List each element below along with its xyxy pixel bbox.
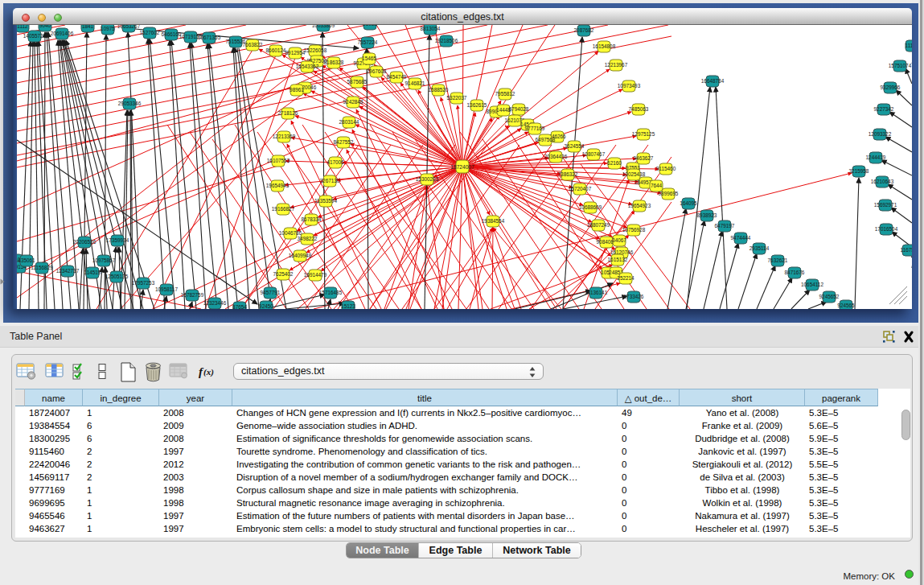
svg-text:9457791: 9457791 [261,290,281,295]
svg-text:16210643: 16210643 [871,179,894,184]
svg-text:9463627: 9463627 [634,155,654,161]
svg-text:114519: 114519 [84,270,101,275]
svg-text:15720407: 15720407 [569,186,592,192]
svg-text:8813054: 8813054 [421,26,441,31]
svg-text:10973493: 10973493 [618,83,641,89]
svg-text:5875685: 5875685 [347,79,368,84]
svg-text:15300203: 15300203 [416,176,439,182]
svg-text:11353594: 11353594 [314,198,337,204]
svg-text:2718126: 2718126 [278,110,298,116]
svg-text:1362615: 1362615 [467,102,487,108]
svg-text:1244419: 1244419 [866,154,886,160]
svg-text:92450: 92450 [259,303,273,309]
svg-text:16782759: 16782759 [181,292,204,298]
svg-text:7644: 7644 [651,183,663,188]
svg-text:7357224: 7357224 [358,39,378,45]
svg-text:9227342: 9227342 [874,106,894,112]
svg-text:12213967: 12213967 [605,62,628,68]
svg-text:16543362: 16543362 [296,64,319,69]
svg-text:11156829: 11156829 [31,265,53,270]
svg-text:8471676: 8471676 [785,270,805,275]
svg-text:11120: 11120 [906,43,912,48]
svg-text:20691406: 20691406 [51,31,74,36]
svg-text:8186328: 8186328 [324,60,344,65]
svg-text:12323446: 12323446 [203,300,227,306]
svg-text:16648784: 16648784 [701,78,725,84]
svg-text:2967608: 2967608 [367,68,387,74]
svg-text:9242848: 9242848 [343,99,363,105]
svg-text:19654923: 19654923 [628,203,651,208]
svg-text:3624554: 3624554 [565,143,585,149]
svg-text:8912954: 8912954 [285,50,306,56]
svg-text:18807249: 18807249 [587,222,610,228]
svg-text:10025438: 10025438 [622,171,646,177]
svg-text:14055721: 14055721 [23,33,47,39]
svg-text:5322037: 5322037 [447,95,467,101]
svg-text:17957253: 17957253 [132,280,155,286]
svg-text:10654112: 10654112 [801,282,823,287]
svg-text:8454749: 8454749 [387,74,407,80]
svg-text:8938923: 8938923 [697,212,717,218]
svg-text:7625402: 7625402 [273,271,294,277]
svg-text:10671355: 10671355 [198,35,221,40]
svg-text:20206536: 20206536 [73,239,97,245]
svg-text:16409948: 16409948 [289,253,312,258]
svg-text:16033: 16033 [363,25,377,27]
svg-text:8427552: 8427552 [334,139,354,145]
svg-text:2935114: 2935114 [749,245,770,251]
svg-text:98961: 98961 [290,87,304,93]
svg-text:7632621: 7632621 [768,257,788,263]
svg-text:9245652: 9245652 [819,294,840,299]
svg-text:15226058: 15226058 [304,47,327,53]
svg-text:7663822: 7663822 [243,42,263,47]
svg-text:1112: 1112 [17,25,28,29]
svg-text:2803144: 2803144 [339,119,359,125]
svg-text:2087682: 2087682 [574,27,594,33]
svg-text:1733426: 1733426 [624,294,644,299]
svg-text:9040: 9040 [39,25,51,28]
svg-text:19218506: 19218506 [435,38,458,43]
svg-text:62160: 62160 [607,160,622,166]
svg-text:7485063: 7485063 [629,106,649,112]
svg-text:9329966: 9329966 [881,84,901,90]
svg-text:6497568: 6497568 [536,137,556,142]
svg-text:10653267: 10653267 [117,25,141,29]
svg-text:417006: 417006 [326,159,344,165]
svg-text:14136141: 14136141 [585,290,608,295]
svg-text:9115460: 9115460 [656,166,676,171]
svg-text:34067: 34067 [612,237,626,243]
svg-text:12505135: 12505135 [105,274,129,279]
svg-text:924565: 924565 [837,303,855,308]
svg-text:15716485: 15716485 [319,290,343,295]
svg-text:10975867: 10975867 [92,257,116,263]
svg-text:1527602: 1527602 [140,30,160,35]
svg-text:7386322: 7386322 [558,171,578,177]
svg-text:16154808: 16154808 [593,43,616,49]
svg-text:10688609: 10688609 [579,204,602,210]
svg-text:19654943: 19654943 [266,183,290,188]
svg-text:6794028: 6794028 [509,106,529,112]
svg-text:17016504: 17016504 [875,226,898,232]
svg-text:87654: 87654 [232,304,247,309]
svg-text:12975125: 12975125 [632,131,655,137]
svg-text:1841: 1841 [82,25,94,29]
svg-text:3215958: 3215958 [849,168,869,174]
svg-text:1615132: 1615132 [608,257,628,262]
svg-text:7955812: 7955812 [495,91,515,97]
svg-text:116753: 116753 [901,247,912,253]
svg-text:435061: 435061 [18,257,35,263]
svg-text:19384554: 19384554 [482,218,505,224]
svg-text:17359934: 17359934 [106,237,129,243]
svg-text:12342737: 12342737 [56,268,80,274]
svg-text:1588520: 1588520 [429,87,449,93]
svg-text:16914479: 16914479 [304,272,327,278]
svg-text:15692971: 15692971 [874,202,897,208]
svg-text:12213369: 12213369 [273,134,296,139]
svg-text:16107553: 16107553 [267,158,290,163]
svg-text:3498222: 3498222 [298,236,318,241]
svg-text:12093322: 12093322 [869,131,892,137]
svg-text:18724007: 18724007 [450,164,474,170]
svg-text:10046786: 10046786 [279,230,302,236]
svg-text:0899695: 0899695 [659,191,679,196]
svg-text:10975: 10975 [101,26,115,31]
